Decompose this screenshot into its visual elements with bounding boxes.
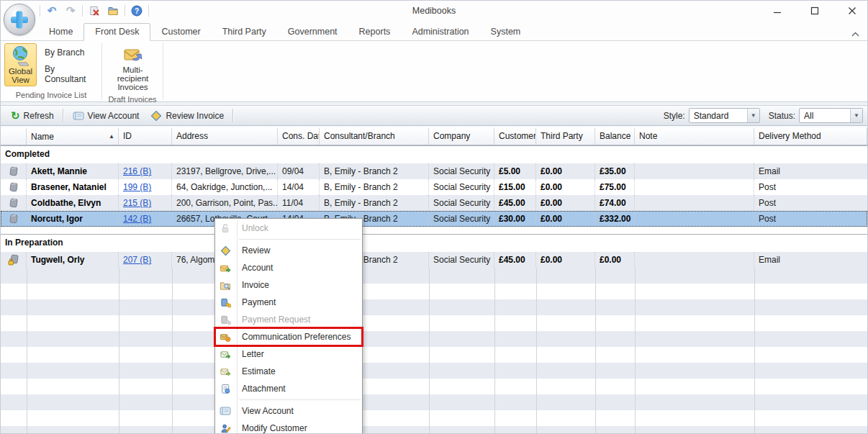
- cell-name: Tugwell, Orly: [27, 252, 119, 268]
- column-header-id[interactable]: ID: [119, 128, 172, 145]
- table-row[interactable]: Coldbathe, Elvyn 215 (B) 200, Garrison, …: [1, 195, 867, 211]
- cell-company: Social Security: [429, 252, 494, 268]
- cell-note: [635, 252, 754, 268]
- menu-item-invoice[interactable]: Invoice: [215, 276, 362, 294]
- column-header-delivery-method[interactable]: Delivery Method: [754, 128, 867, 145]
- menu-separator: [239, 239, 361, 240]
- tab-reports[interactable]: Reports: [348, 24, 402, 40]
- menu-item-label: Unlock: [242, 223, 268, 233]
- multi-recipient-invoices-label: Multi-recipient Invoices: [107, 65, 158, 91]
- cell-name: Coldbathe, Elvyn: [27, 195, 119, 211]
- close-button[interactable]: [843, 2, 862, 19]
- table-row[interactable]: Akett, Mannie 216 (B) 23197, Bellgrove, …: [1, 163, 867, 179]
- view-account-label: View Account: [88, 111, 140, 121]
- maximize-button[interactable]: [805, 2, 824, 19]
- cell-address: 64, Oakridge, Junction,...: [172, 179, 278, 195]
- column-header-cons-date[interactable]: Cons. Date: [278, 128, 320, 145]
- status-value: All: [800, 111, 850, 121]
- table-row-selected[interactable]: Norcutt, Igor 142 (B) 26657, Lotheville,…: [1, 211, 867, 227]
- menu-item-modify-customer[interactable]: Modify Customer: [215, 420, 362, 434]
- cell-id: 216 (B): [119, 163, 172, 179]
- menu-item-label: Payment Request: [242, 315, 310, 325]
- ribbon-group-label: Draft Invoices: [102, 95, 163, 104]
- tab-front-desk[interactable]: Front Desk: [83, 23, 150, 41]
- cell-note: [635, 211, 754, 227]
- separator: [232, 109, 234, 122]
- cell-third-party: £0.00: [536, 179, 595, 195]
- record-id-link[interactable]: 199 (B): [123, 182, 151, 192]
- chevron-down-icon[interactable]: ▼: [747, 109, 759, 122]
- tab-home[interactable]: Home: [38, 24, 83, 40]
- menu-item-label: Communication Preferences: [242, 332, 351, 342]
- menu-separator: [239, 399, 361, 400]
- tab-third-party[interactable]: Third Party: [212, 24, 277, 40]
- menu-item-communication-preferences[interactable]: Communication Preferences: [215, 328, 362, 345]
- column-header-address[interactable]: Address: [172, 128, 278, 145]
- cell-customer: £15.00: [494, 179, 536, 195]
- menu-item-label: Attachment: [242, 384, 286, 394]
- cell-delivery: Post: [754, 179, 867, 195]
- cell-id: 199 (B): [119, 179, 172, 195]
- table-row[interactable]: Brasener, Nataniel 199 (B) 64, Oakridge,…: [1, 179, 867, 195]
- column-header-third-party[interactable]: Third Party: [536, 128, 595, 145]
- menu-item-view-account[interactable]: View Account: [215, 402, 362, 420]
- tab-customer[interactable]: Customer: [150, 24, 211, 40]
- tab-administration[interactable]: Administration: [401, 24, 479, 40]
- status-label: Status:: [769, 111, 795, 121]
- refresh-button[interactable]: ↻ Refresh: [5, 109, 60, 122]
- menu-item-review[interactable]: Review: [215, 242, 362, 259]
- menu-item-letter[interactable]: Letter: [215, 345, 362, 363]
- review-invoice-button[interactable]: Review Invoice: [145, 109, 230, 123]
- group-header-in-preparation[interactable]: In Preparation: [1, 234, 867, 252]
- menu-item-label: Letter: [242, 349, 264, 359]
- record-id-link[interactable]: 216 (B): [123, 166, 151, 176]
- menu-item-payment-request: Payment Request: [215, 311, 362, 328]
- review-diamond-icon: [219, 245, 232, 256]
- empty-rows: [1, 268, 867, 434]
- title-bar: ↶ ↷ ? Medibooks: [1, 1, 867, 21]
- column-header-balance[interactable]: Balance: [595, 128, 635, 145]
- ribbon-tab-bar: Home Front Desk Customer Third Party Gov…: [1, 21, 867, 41]
- cell-name: Norcutt, Igor: [27, 211, 119, 227]
- diamond-icon: [150, 110, 162, 122]
- tab-government[interactable]: Government: [277, 24, 348, 40]
- column-header-consultant-branch[interactable]: Consultant/Branch: [320, 128, 429, 145]
- style-combobox[interactable]: Standard ▼: [689, 108, 760, 123]
- menu-item-account[interactable]: Account: [215, 259, 362, 276]
- column-header-note[interactable]: Note: [635, 128, 754, 145]
- cell-third-party: £0.00: [536, 252, 595, 268]
- cell-note: [635, 163, 754, 179]
- menu-item-estimate[interactable]: Estimate: [215, 363, 362, 380]
- invoice-table: Name ▲ ID Address Cons. Date Consultant/…: [1, 128, 867, 434]
- application-menu-button[interactable]: [4, 4, 35, 35]
- column-header-company[interactable]: Company: [429, 128, 494, 145]
- menu-item-label: Review: [242, 245, 270, 256]
- collapse-ribbon-chevron-icon[interactable]: [851, 31, 860, 37]
- cell-company: Social Security: [429, 163, 494, 179]
- multi-recipient-invoices-button[interactable]: Multi-recipient Invoices: [106, 43, 160, 94]
- minimize-button[interactable]: [768, 2, 787, 19]
- record-id-link[interactable]: 215 (B): [123, 198, 151, 208]
- column-header-name[interactable]: Name ▲: [27, 128, 119, 145]
- column-header-customer[interactable]: Customer: [494, 128, 536, 145]
- by-branch-button[interactable]: By Branch: [42, 47, 94, 58]
- communication-preferences-icon: [219, 332, 232, 343]
- view-account-button[interactable]: View Account: [67, 109, 145, 122]
- record-id-link[interactable]: 207 (B): [123, 255, 151, 265]
- group-header-completed[interactable]: Completed: [1, 145, 867, 163]
- column-header-icon[interactable]: [1, 128, 27, 145]
- record-id-link[interactable]: 142 (B): [123, 214, 151, 224]
- by-consultant-button[interactable]: By Consultant: [42, 63, 94, 85]
- chevron-down-icon[interactable]: ▼: [850, 109, 862, 122]
- invoice-folder-icon: [219, 280, 232, 291]
- cell-balance: £74.00: [595, 195, 635, 211]
- status-combobox[interactable]: All ▼: [799, 108, 863, 123]
- cell-name: Brasener, Nataniel: [27, 179, 119, 195]
- spacer: [1, 227, 867, 234]
- cell-id: 215 (B): [119, 195, 172, 211]
- tab-system[interactable]: System: [480, 24, 532, 40]
- menu-item-payment[interactable]: Payment: [215, 294, 362, 311]
- global-view-button[interactable]: Global View: [4, 43, 37, 86]
- table-row[interactable]: Tugwell, Orly 207 (B) 76, Algoma B, Emil…: [1, 252, 867, 268]
- menu-item-attachment[interactable]: Attachment: [215, 380, 362, 397]
